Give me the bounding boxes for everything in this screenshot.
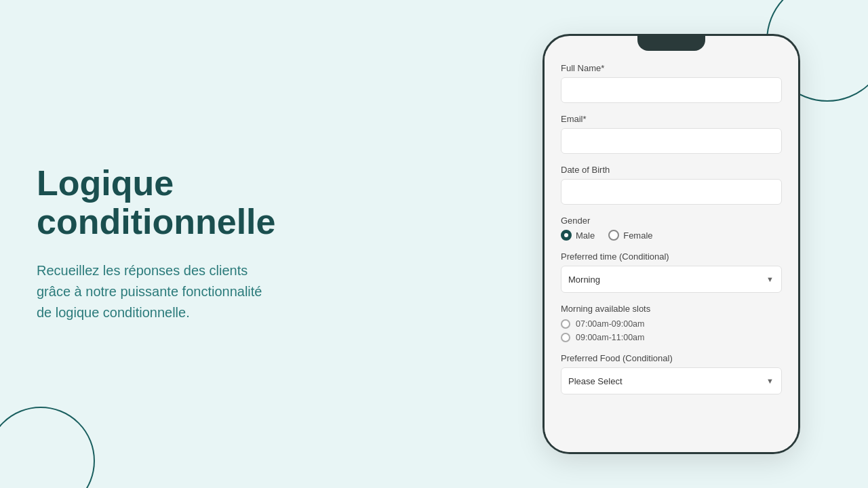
decorative-circle-bottom-left	[0, 407, 95, 488]
preferred-time-select[interactable]: Morning Afternoon Evening	[561, 266, 782, 293]
gender-male-option[interactable]: Male	[561, 230, 595, 241]
email-group: Email*	[561, 114, 782, 154]
morning-slots-label: Morning available slots	[561, 304, 782, 314]
gender-male-label: Male	[576, 230, 595, 241]
slot-radio-2[interactable]	[561, 333, 570, 342]
dob-label: Date of Birth	[561, 165, 782, 175]
preferred-time-select-wrapper: Morning Afternoon Evening	[561, 266, 782, 293]
full-name-label: Full Name*	[561, 63, 782, 73]
slot-label-1: 07:00am-09:00am	[576, 319, 644, 329]
dob-group: Date of Birth	[561, 165, 782, 205]
preferred-time-group: Preferred time (Conditional) Morning Aft…	[561, 251, 782, 293]
email-input[interactable]	[561, 128, 782, 154]
preferred-food-group: Preferred Food (Conditional) Please Sele…	[561, 353, 782, 394]
slot-radio-1[interactable]	[561, 319, 570, 329]
gender-group: Gender Male Female	[561, 216, 782, 241]
gender-male-radio[interactable]	[561, 230, 572, 241]
morning-slots-group: Morning available slots 07:00am-09:00am …	[561, 304, 782, 342]
preferred-food-select-wrapper: Please Select	[561, 367, 782, 394]
full-name-group: Full Name*	[561, 63, 782, 103]
gender-female-radio[interactable]	[608, 230, 619, 241]
full-name-input[interactable]	[561, 77, 782, 103]
preferred-time-label: Preferred time (Conditional)	[561, 251, 782, 262]
slot-label-2: 09:00am-11:00am	[576, 333, 644, 342]
gender-female-label: Female	[623, 230, 652, 241]
email-label: Email*	[561, 114, 782, 124]
main-title: Logique conditionnelle	[37, 164, 362, 241]
gender-female-option[interactable]: Female	[608, 230, 652, 241]
phone-mockup: Full Name* Email* Date of Birth Gender M…	[542, 34, 800, 454]
gender-label: Gender	[561, 216, 782, 226]
subtitle-text: Recueillez les réponses des clientsgrâce…	[37, 261, 362, 324]
left-panel: Logique conditionnelle Recueillez les ré…	[37, 164, 362, 323]
slot-option-1[interactable]: 07:00am-09:00am	[561, 319, 782, 329]
preferred-food-label: Preferred Food (Conditional)	[561, 353, 782, 363]
dob-input[interactable]	[561, 179, 782, 205]
gender-options-row: Male Female	[561, 230, 782, 241]
phone-notch	[637, 36, 705, 51]
slot-option-2[interactable]: 09:00am-11:00am	[561, 333, 782, 342]
preferred-food-select[interactable]: Please Select	[561, 367, 782, 394]
phone-content: Full Name* Email* Date of Birth Gender M…	[545, 51, 798, 452]
